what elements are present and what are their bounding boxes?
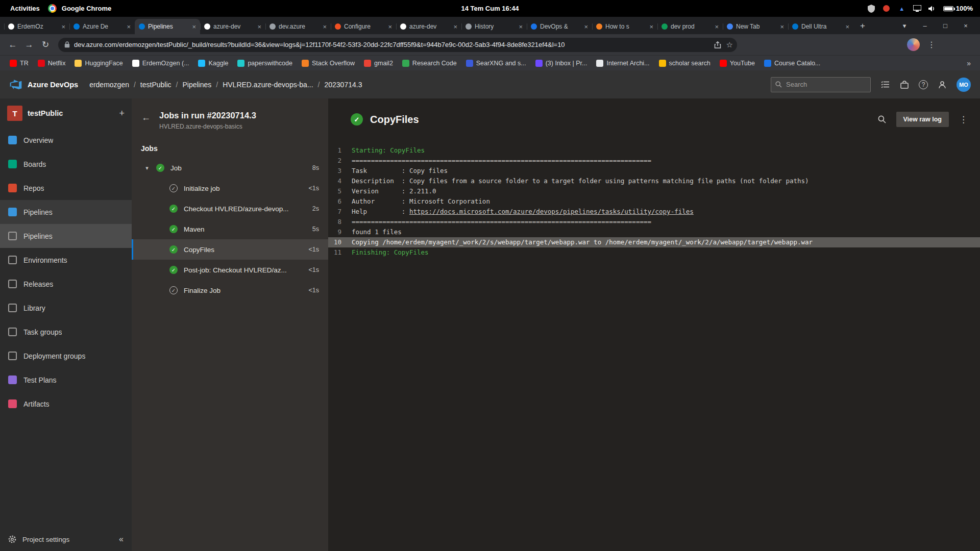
tab-close-icon[interactable]: × (388, 23, 392, 31)
job-row[interactable]: ▾ ✓ Checkout HVLRED/azure-devop... 2s (132, 198, 328, 219)
tab-close-icon[interactable]: × (519, 23, 523, 31)
bookmark[interactable]: (3) Inbox | Pr... (531, 56, 592, 70)
log-search-icon[interactable] (878, 115, 886, 123)
display-icon[interactable] (913, 4, 922, 13)
extension-icon[interactable] (761, 41, 768, 48)
bookmarks-overflow-icon[interactable]: » (963, 59, 975, 67)
header-search-box[interactable] (771, 77, 871, 92)
address-bar[interactable]: dev.azure.com/erdemozgen/testPublic/_bui… (58, 38, 737, 52)
camera-icon[interactable] (853, 41, 861, 48)
system-clock[interactable]: 14 Tem Cum 16:44 (461, 5, 519, 12)
log-line-number[interactable]: 8 (328, 217, 352, 227)
bookmark[interactable]: gmail2 (359, 56, 398, 70)
sidebar-item-boards[interactable]: Boards (0, 152, 132, 176)
breadcrumb-item[interactable]: testPublic (140, 81, 172, 89)
browser-tab[interactable]: How to s × (592, 19, 657, 34)
marketplace-bag-icon[interactable] (899, 80, 910, 90)
tab-close-icon[interactable]: × (257, 23, 261, 31)
battery-icon[interactable]: 100% (943, 5, 973, 12)
bookmark[interactable]: HuggingFace (70, 56, 127, 70)
tab-close-icon[interactable]: × (780, 23, 784, 31)
tab-close-icon[interactable]: × (584, 23, 588, 31)
extensions-puzzle-icon[interactable] (867, 41, 874, 48)
sidebar-item-test-plans[interactable]: Test Plans (0, 368, 132, 392)
log-line-number[interactable]: 6 (328, 196, 352, 207)
tab-close-icon[interactable]: × (61, 23, 65, 31)
extension-icon[interactable] (814, 41, 821, 48)
browser-tab[interactable]: Pipelines × (135, 19, 200, 34)
sidebar-item-environments[interactable]: Environments (0, 248, 132, 272)
bookmark[interactable]: Internet Archi... (592, 56, 654, 70)
bookmark-star-icon[interactable]: ☆ (726, 40, 733, 49)
browser-tab[interactable]: History × (461, 19, 527, 34)
log-more-kebab-icon[interactable]: ⋮ (959, 114, 968, 125)
bookmark[interactable]: TR (5, 56, 33, 70)
share-icon[interactable] (714, 41, 721, 48)
reading-list-icon[interactable] (880, 41, 888, 48)
volume-icon[interactable] (928, 4, 937, 13)
chevron-down-icon[interactable]: ▾ (142, 165, 152, 171)
sidebar-item-task-groups[interactable]: Task groups (0, 320, 132, 344)
task-list-icon[interactable] (880, 80, 890, 90)
back-to-run-button[interactable]: ← (140, 111, 152, 123)
browser-tab[interactable]: dev.azure × (265, 19, 331, 34)
tab-close-icon[interactable]: × (127, 23, 131, 31)
reload-button[interactable]: ↻ (38, 37, 53, 53)
breadcrumb-item[interactable]: HVLRED.azure-devops-ba... (223, 81, 313, 89)
url-text[interactable]: dev.azure.com/erdemozgen/testPublic/_bui… (74, 41, 710, 48)
extension-icon[interactable] (787, 41, 795, 48)
breadcrumb-item[interactable]: Pipelines (182, 81, 211, 89)
log-line-number[interactable]: 10 (328, 237, 352, 247)
tab-close-icon[interactable]: × (649, 23, 653, 31)
back-button[interactable]: ← (5, 37, 20, 53)
sidebar-item-releases[interactable]: Releases (0, 272, 132, 296)
bookmark[interactable]: Netflix (33, 56, 70, 70)
search-input[interactable] (785, 80, 866, 89)
log-line-number[interactable]: 3 (328, 166, 352, 176)
tab-close-icon[interactable]: × (715, 23, 719, 31)
tab-close-icon[interactable]: × (323, 23, 327, 31)
log-line-number[interactable]: 9 (328, 227, 352, 237)
product-name[interactable]: Azure DevOps (28, 81, 78, 89)
job-row[interactable]: ▾ ✓ Maven 5s (132, 219, 328, 239)
forward-button[interactable]: → (21, 37, 37, 53)
window-maximize-button[interactable]: □ (935, 17, 955, 34)
browser-menu-kebab-icon[interactable]: ⋮ (925, 40, 938, 49)
log-line-number[interactable]: 4 (328, 176, 352, 186)
sidebar-collapse-icon[interactable]: « (119, 535, 124, 544)
job-row[interactable]: ▾ ✓ CopyFiles <1s (132, 239, 328, 260)
extension-icon[interactable] (827, 41, 835, 48)
bookmark[interactable]: Kaggle (193, 56, 233, 70)
job-row[interactable]: ▾ ✓ Finalize Job <1s (132, 280, 328, 300)
log-line-number[interactable]: 2 (328, 156, 352, 166)
log-line-number[interactable]: 1 (328, 145, 352, 156)
job-row[interactable]: ▾ ✓ Initialize job <1s (132, 178, 328, 198)
activities-button[interactable]: Activities (7, 5, 43, 12)
log-viewer[interactable]: 1 Starting: CopyFiles 2 ================… (328, 145, 980, 258)
log-line-number[interactable]: 5 (328, 186, 352, 196)
log-link[interactable]: https://docs.microsoft.com/azure/devops/… (409, 207, 694, 217)
shield-icon[interactable] (867, 4, 876, 13)
tab-close-icon[interactable]: × (845, 23, 849, 31)
profile-avatar[interactable] (907, 38, 920, 51)
user-avatar[interactable]: MO (957, 78, 971, 92)
sidebar-item-artifacts[interactable]: Artifacts (0, 392, 132, 416)
triangle-icon[interactable]: ▲ (897, 4, 906, 13)
bookmark[interactable]: SearXNG and s... (461, 56, 531, 70)
new-tab-button[interactable]: + (855, 19, 870, 33)
window-minimize-button[interactable]: – (915, 17, 935, 34)
bookmark[interactable]: Stack Overflow (297, 56, 359, 70)
job-row[interactable]: ▾ ✓ Job 8s (132, 158, 328, 178)
sidebar-item-library[interactable]: Library (0, 296, 132, 320)
bookmark[interactable]: scholar search (654, 56, 715, 70)
log-line-number[interactable]: 7 (328, 207, 352, 217)
bookmark[interactable]: YouTube (715, 56, 760, 70)
instagram-icon[interactable] (840, 41, 848, 48)
sidebar-item-repos[interactable]: Repos (0, 176, 132, 200)
user-settings-icon[interactable] (937, 80, 947, 90)
paw-icon[interactable] (882, 4, 891, 13)
bookmark[interactable]: Research Code (398, 56, 461, 70)
extension-icon[interactable] (747, 41, 755, 48)
extension-icon[interactable] (800, 41, 808, 48)
sidebar-item-deployment-groups[interactable]: Deployment groups (0, 344, 132, 368)
